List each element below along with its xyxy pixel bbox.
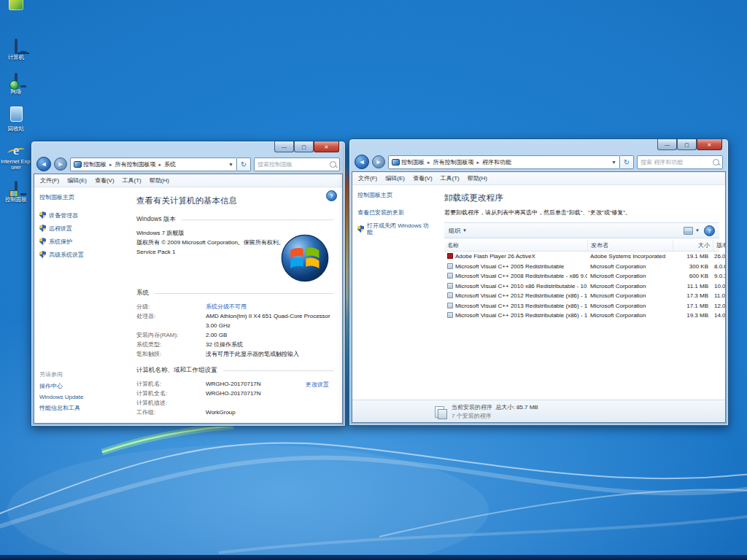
section-heading: 计算机名称、域和工作组设置 <box>136 366 333 375</box>
program-publisher-cell: Microsoft Corporation <box>587 273 672 279</box>
search-box[interactable] <box>254 158 340 171</box>
system-section: 系统 分级: 系统分级不可用 处理器: AMD Athlon(tm) II X4… <box>136 289 333 359</box>
taskbar-edge[interactable] <box>0 555 747 560</box>
detail-label: 计算机全名: <box>136 389 206 398</box>
program-publisher-cell: Microsoft Corporation <box>587 263 672 270</box>
sidebar-task-item[interactable]: 高级系统设置 <box>39 251 120 258</box>
close-button[interactable]: ✕ <box>314 141 339 152</box>
address-dropdown-icon[interactable]: ▼ <box>611 160 616 165</box>
program-version-cell: 8.0.61001 <box>711 263 726 270</box>
breadcrumb: 控制面板所有控制面板项程序和功能 <box>401 158 608 166</box>
minimize-button[interactable]: — <box>657 139 677 150</box>
page-title: 查看有关计算机的基本信息 <box>136 195 333 206</box>
program-name-cell: Microsoft Visual C++ 2005 Redistributabl… <box>444 263 587 270</box>
breadcrumb-item[interactable]: 控制面板 <box>401 158 425 166</box>
program-icon <box>447 273 453 279</box>
back-button[interactable]: ◄ <box>355 155 369 169</box>
menu-item[interactable]: 帮助(H) <box>468 174 487 182</box>
menu-item[interactable]: 工具(T) <box>123 176 142 184</box>
sidebar-task-item[interactable]: 系统保护 <box>39 238 120 245</box>
desktop-icon-recycle-bin[interactable]: 回收站 <box>0 106 32 132</box>
close-button[interactable]: ✕ <box>697 139 722 150</box>
detail-value: AMD Athlon(tm) II X4 651 Quad-Core Proce… <box>206 311 333 330</box>
breadcrumb-item[interactable]: 程序和功能 <box>474 158 512 166</box>
menu-item[interactable]: 编辑(E) <box>67 176 87 184</box>
table-row[interactable]: Microsoft Visual C++ 2015 Redistributabl… <box>444 311 719 321</box>
system-navigation-bar: ◄ ► 控制面板所有控制面板项系统 ▼ ↻ <box>31 155 345 173</box>
menu-item[interactable]: 帮助(H) <box>150 176 169 184</box>
menu-item[interactable]: 编辑(E) <box>385 174 405 182</box>
address-bar[interactable]: 控制面板所有控制面板项系统 ▼ <box>70 158 237 171</box>
menu-item[interactable]: 文件(F) <box>358 174 377 182</box>
menu-item[interactable]: 工具(T) <box>441 174 460 182</box>
sidebar-task-item[interactable]: 设备管理器 <box>39 211 120 219</box>
program-publisher-cell: Microsoft Corporation <box>587 303 672 309</box>
back-button[interactable]: ◄ <box>36 157 51 171</box>
minimize-button[interactable]: — <box>274 141 294 152</box>
desktop-icon-network[interactable]: 网络 <box>0 74 32 95</box>
address-bar[interactable]: 控制面板所有控制面板项程序和功能 ▼ <box>388 155 620 169</box>
programs-window-titlebar[interactable]: — ▢ ✕ <box>349 139 728 153</box>
system-window-titlebar[interactable]: — ▢ ✕ <box>31 141 345 155</box>
program-name-cell: Microsoft Visual C++ 2010 x86 Redistribu… <box>444 283 587 289</box>
change-settings-link[interactable]: 更改设置 <box>306 381 329 389</box>
table-row[interactable]: Microsoft Visual C++ 2005 Redistributabl… <box>444 262 719 272</box>
desktop-icon-internet-explorer[interactable]: e Internet Explorer <box>0 143 32 171</box>
refresh-icon[interactable]: ↻ <box>620 155 634 169</box>
refresh-icon[interactable]: ↻ <box>237 158 251 171</box>
programs-navigation-bar: ◄ ► 控制面板所有控制面板项程序和功能 ▼ ↻ <box>349 153 728 171</box>
maximize-button[interactable]: ▢ <box>294 141 314 152</box>
table-row[interactable]: Microsoft Visual C++ 2012 Redistributabl… <box>444 291 719 301</box>
desktop-icon-control-panel[interactable]: 控制面板 <box>0 182 32 203</box>
table-row[interactable]: Microsoft Visual C++ 2008 Redistributabl… <box>444 271 719 281</box>
detail-value: 没有可用于此显示器的笔或触控输入 <box>206 349 299 359</box>
forward-button[interactable]: ► <box>372 155 385 168</box>
forward-button[interactable]: ► <box>54 158 67 171</box>
sidebar-task-label: 高级系统设置 <box>49 252 84 258</box>
help-icon[interactable]: ? <box>326 190 337 201</box>
status-label: 当前安装的程序 <box>452 404 492 411</box>
sidebar-item-control-panel-home[interactable]: 控制面板主页 <box>357 191 432 199</box>
table-row[interactable]: Microsoft Visual C++ 2010 x86 Redistribu… <box>444 281 719 292</box>
program-publisher-cell: Microsoft Corporation <box>587 292 672 299</box>
views-button[interactable]: ▼ <box>684 227 700 235</box>
search-box[interactable] <box>637 155 723 169</box>
column-header-name[interactable]: 名称 <box>444 240 588 251</box>
menu-item[interactable]: 文件(F) <box>40 176 59 184</box>
program-name-cell: Microsoft Visual C++ 2008 Redistributabl… <box>444 273 587 279</box>
desktop-icon-computer[interactable]: 计算机 <box>0 40 32 61</box>
maximize-button[interactable]: ▢ <box>677 139 697 150</box>
see-also-item[interactable]: 性能信息和工具 <box>39 404 83 412</box>
table-row[interactable]: Adobe Flash Player 26 ActiveX Adobe Syst… <box>444 252 719 262</box>
sidebar-item-view-updates[interactable]: 查看已安装的更新 <box>357 209 432 216</box>
column-header-publisher[interactable]: 发布者 <box>588 240 673 251</box>
search-input[interactable] <box>258 161 328 168</box>
address-dropdown-icon[interactable]: ▼ <box>228 162 233 167</box>
program-name: Microsoft Visual C++ 2013 Redistributabl… <box>455 303 587 309</box>
sidebar-task-item[interactable]: 远程设置 <box>39 225 120 232</box>
sidebar-item-windows-features[interactable]: 打开或关闭 Windows 功能 <box>357 222 432 236</box>
help-icon[interactable]: ? <box>704 225 715 236</box>
breadcrumb-item[interactable]: 所有控制面板项 <box>107 160 156 168</box>
breadcrumb-item[interactable]: 控制面板 <box>83 160 107 168</box>
desktop-icon-app[interactable] <box>0 0 32 15</box>
column-header-version[interactable]: 版本 <box>713 240 726 251</box>
menu-item[interactable]: 查看(V) <box>95 176 115 184</box>
detail-value: WRGHO-20170717N <box>206 379 261 389</box>
program-icon <box>447 312 453 318</box>
table-row[interactable]: Microsoft Visual C++ 2013 Redistributabl… <box>444 301 719 311</box>
menu-bar: 文件(F)编辑(E)查看(V)工具(T)帮助(H) <box>352 172 725 185</box>
organize-button[interactable]: 组织 ▼ <box>449 227 467 235</box>
search-input[interactable] <box>640 159 711 166</box>
sidebar-item-control-panel-home[interactable]: 控制面板主页 <box>39 193 120 201</box>
menu-item[interactable]: 查看(V) <box>413 174 433 182</box>
see-also-item[interactable]: 操作中心 <box>39 382 83 390</box>
see-also-item[interactable]: Windows Update <box>39 394 83 400</box>
program-version-cell: 10.0.40219 <box>711 283 726 289</box>
chevron-down-icon: ▼ <box>462 228 467 233</box>
detail-value: 32 位操作系统 <box>206 340 243 349</box>
breadcrumb-item[interactable]: 系统 <box>156 160 177 168</box>
breadcrumb-item[interactable]: 所有控制面板项 <box>425 158 474 166</box>
column-header-size[interactable]: 大小 <box>673 240 713 251</box>
uac-shield-icon <box>39 225 46 232</box>
